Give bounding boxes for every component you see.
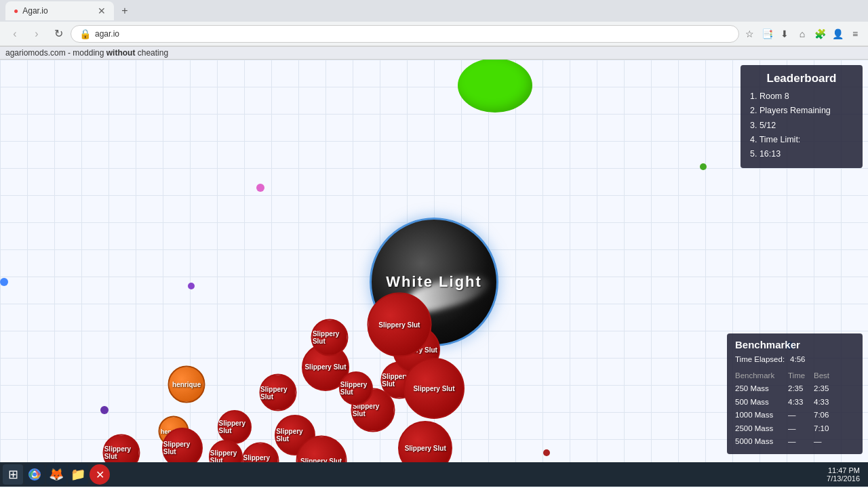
url-text: agar.io: [95, 29, 119, 39]
food-dot-pink1: [256, 184, 264, 192]
bench-5000-mass: 5000 Mass: [735, 435, 783, 449]
bench-row-500: 500 Mass 4:33 4:33: [735, 396, 854, 409]
info-text-bold: without: [106, 48, 136, 58]
bench-500-time: 4:33: [788, 396, 808, 409]
bench-250-mass: 250 Mass: [735, 382, 783, 396]
edge-dot: [0, 278, 8, 286]
leaderboard-title: Leaderboard: [750, 72, 853, 85]
ss-label-14: Slippery Slut: [163, 441, 201, 455]
reload-button[interactable]: ↻: [49, 24, 68, 43]
food-dot-green1: [700, 163, 707, 170]
forward-button[interactable]: ›: [27, 24, 46, 43]
extensions-icon[interactable]: 🧩: [812, 26, 827, 41]
bench-row-1000: 1000 Mass — 7:06: [735, 409, 854, 422]
bench-row-5000: 5000 Mass — —: [735, 435, 854, 449]
game-area[interactable]: White Light henrique henrique Slippery S…: [0, 60, 868, 487]
green-cell: [458, 60, 532, 113]
ss-cell-2: Slippery Slut: [259, 374, 296, 411]
info-text-end: cheating: [135, 48, 168, 58]
ss-cell-12: Slippery Slut: [403, 358, 465, 419]
bench-2500-best: 7:10: [814, 422, 834, 436]
leaderboard-item-4: 4. Time Limit:: [750, 133, 853, 147]
bench-1000-mass: 1000 Mass: [735, 409, 783, 422]
folder-icon[interactable]: 📁: [68, 464, 88, 485]
bench-col-benchmark: Benchmark: [735, 369, 783, 383]
bench-250-time: 2:35: [788, 382, 808, 396]
bench-2500-time: —: [788, 422, 808, 436]
bench-250-best: 2:35: [814, 382, 834, 396]
menu-icon[interactable]: ≡: [848, 26, 863, 41]
bench-5000-time: —: [788, 435, 808, 449]
info-bar: agariomods.com - modding without cheatin…: [0, 47, 868, 60]
benchmarker-panel: Benchmarker Time Elapsed: 4:56 Benchmark…: [727, 333, 863, 454]
browser-tab[interactable]: ● Agar.io ✕: [5, 1, 114, 20]
bench-500-mass: 500 Mass: [735, 396, 783, 409]
bench-col-best: Best: [814, 369, 834, 383]
food-dot-darkred1: [543, 449, 550, 456]
ss-cell-4: Slippery Slut: [218, 410, 252, 444]
start-icon[interactable]: ⊞: [3, 464, 23, 485]
ss-label-12: Slippery Slut: [413, 385, 454, 392]
bench-elapsed-label: Time Elapsed:: [735, 353, 785, 367]
tab-title: Agar.io: [22, 6, 47, 16]
bench-1000-best: 7:06: [814, 409, 834, 422]
home-icon[interactable]: ⌂: [795, 26, 810, 41]
leaderboard-item-2: 2. Players Remaining: [750, 104, 853, 118]
bench-elapsed-value: 4:56: [790, 353, 810, 367]
ss-label-4: Slippery Slut: [219, 420, 250, 434]
ss-label-1: Slippery Slut: [304, 363, 346, 371]
date-display: 7/13/2016: [827, 474, 860, 483]
taskbar: ⊞ 🦊 📁 ✕ 11:47 PM 7/13/2016: [0, 462, 868, 487]
leaderboard-item-3: 3. 5/12: [750, 119, 853, 133]
food-dot-purple1: [188, 283, 195, 289]
ss-label-15: Slippery Slut: [104, 445, 139, 460]
browser-bar: ● Agar.io ✕ + ‹ › ↻ 🔒 agar.io ☆ 📑 ⬇ ⌂ 🧩 …: [0, 0, 868, 47]
ss-label-9: Slippery Slut: [340, 381, 372, 396]
bench-col-time: Time: [788, 369, 808, 383]
leaderboard-item-5: 5. 16:13: [750, 147, 853, 161]
bench-time-elapsed: Time Elapsed: 4:56: [735, 353, 854, 367]
time-display: 11:47 PM: [827, 466, 860, 474]
nav-icons: ☆ 📑 ⬇ ⌂ 🧩 👤 ≡: [742, 26, 863, 41]
bench-header: Benchmark Time Best: [735, 369, 854, 383]
url-bar[interactable]: 🔒 agar.io: [71, 25, 739, 43]
nav-bar: ‹ › ↻ 🔒 agar.io ☆ 📑 ⬇ ⌂ 🧩 👤 ≡: [0, 22, 868, 46]
bench-row-250: 250 Mass 2:35 2:35: [735, 382, 854, 396]
tab-close-button[interactable]: ✕: [98, 5, 106, 16]
benchmarker-title: Benchmarker: [735, 339, 854, 350]
leaderboard-panel: Leaderboard 1. Room 8 2. Players Remaini…: [741, 65, 863, 168]
tab-bar: ● Agar.io ✕ +: [0, 0, 868, 22]
ss-label-large-1: Slippery Slut: [378, 321, 420, 328]
food-dot-purple2: [100, 406, 108, 414]
whitelight-label: White Light: [386, 273, 482, 291]
ss-cell-large-1: Slippery Slut: [367, 292, 431, 357]
bookmark-star-icon[interactable]: ☆: [742, 26, 757, 41]
bookmark-list-icon[interactable]: 📑: [760, 26, 774, 41]
ss-cell-6: Slippery Slut: [311, 319, 349, 356]
bench-500-best: 4:33: [814, 396, 834, 409]
ss-label-2: Slippery Slut: [260, 385, 295, 400]
svg-point-2: [33, 472, 37, 476]
info-text-normal: agariomods.com - modding: [5, 48, 106, 58]
henrique-label-1: henrique: [172, 380, 201, 388]
ss-label-7: Slippery Slut: [405, 445, 446, 452]
account-icon[interactable]: 👤: [830, 26, 845, 41]
bench-2500-mass: 2500 Mass: [735, 422, 783, 436]
taskbar-time: 11:47 PM 7/13/2016: [827, 466, 865, 483]
ss-cell-9: Slippery Slut: [339, 371, 373, 405]
bench-1000-time: —: [788, 409, 808, 422]
ss-label-6: Slippery Slut: [313, 330, 347, 345]
bench-5000-best: —: [814, 435, 834, 449]
back-button[interactable]: ‹: [5, 24, 24, 43]
close-icon[interactable]: ✕: [90, 464, 110, 485]
new-tab-button[interactable]: +: [117, 3, 133, 19]
leaderboard-item-1: 1. Room 8: [750, 89, 853, 104]
download-icon[interactable]: ⬇: [777, 26, 792, 41]
firefox-icon[interactable]: 🦊: [46, 464, 66, 485]
bench-row-2500: 2500 Mass — 7:10: [735, 422, 854, 436]
chrome-icon[interactable]: [24, 464, 45, 485]
henrique-cell-1: henrique: [168, 365, 205, 403]
